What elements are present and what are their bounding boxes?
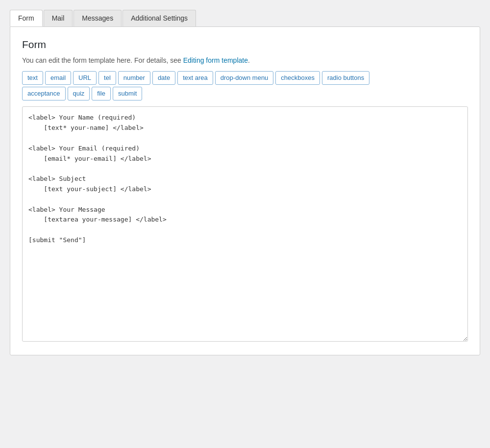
btn-number[interactable]: number bbox=[118, 71, 150, 85]
description-suffix-text: . bbox=[248, 56, 250, 64]
form-panel: Form You can edit the form template here… bbox=[10, 26, 480, 355]
main-container: Form Mail Messages Additional Settings F… bbox=[10, 10, 480, 355]
btn-quiz[interactable]: quiz bbox=[68, 87, 90, 100]
btn-date[interactable]: date bbox=[152, 71, 175, 85]
btn-submit[interactable]: submit bbox=[113, 87, 142, 100]
tab-mail[interactable]: Mail bbox=[44, 10, 73, 26]
btn-radio[interactable]: radio buttons bbox=[322, 71, 369, 85]
form-editor-textarea[interactable] bbox=[22, 106, 468, 342]
tab-messages[interactable]: Messages bbox=[74, 10, 122, 26]
btn-acceptance[interactable]: acceptance bbox=[22, 87, 66, 100]
btn-tel[interactable]: tel bbox=[98, 71, 116, 85]
btn-checkboxes[interactable]: checkboxes bbox=[275, 71, 320, 85]
page-title: Form bbox=[22, 39, 468, 50]
btn-email[interactable]: email bbox=[45, 71, 71, 85]
description-prefix-text: You can edit the form template here. For… bbox=[22, 56, 183, 64]
btn-dropdown[interactable]: drop-down menu bbox=[215, 71, 274, 85]
btn-file[interactable]: file bbox=[92, 87, 111, 100]
editing-form-template-link[interactable]: Editing form template bbox=[183, 56, 248, 64]
tab-additional-settings[interactable]: Additional Settings bbox=[122, 10, 196, 26]
tag-buttons-row2: acceptance quiz file submit bbox=[22, 87, 468, 100]
tab-bar: Form Mail Messages Additional Settings bbox=[10, 10, 480, 26]
btn-url[interactable]: URL bbox=[73, 71, 97, 85]
btn-textarea[interactable]: text area bbox=[177, 71, 213, 85]
tab-form[interactable]: Form bbox=[10, 10, 43, 26]
tag-buttons-row1: text email URL tel number date text area… bbox=[22, 71, 468, 85]
panel-description: You can edit the form template here. For… bbox=[22, 56, 468, 64]
btn-text[interactable]: text bbox=[22, 71, 43, 85]
